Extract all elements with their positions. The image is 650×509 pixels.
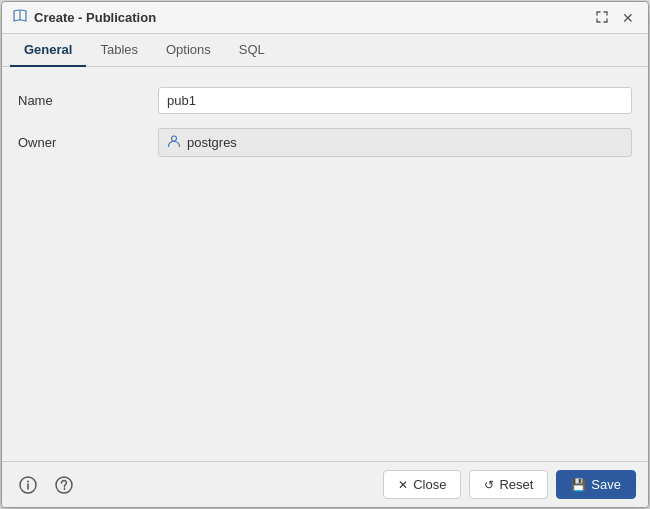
svg-point-3 [27,480,29,482]
owner-value: postgres [187,135,237,150]
footer: ✕ Close ↺ Reset 💾 Save [2,461,648,507]
owner-label: Owner [18,135,158,150]
expand-button[interactable] [592,9,612,27]
svg-point-0 [172,136,177,141]
form-content: Name Owner postgres [2,67,648,461]
reset-button[interactable]: ↺ Reset [469,470,548,499]
tabs-container: General Tables Options SQL [2,34,648,67]
tab-sql[interactable]: SQL [225,34,279,67]
footer-left [14,471,78,499]
name-input[interactable] [158,87,632,114]
dialog-create-publication: Create - Publication ✕ General Tables Op… [1,1,649,508]
tab-tables[interactable]: Tables [86,34,152,67]
dialog-title: Create - Publication [34,10,156,25]
close-label: Close [413,477,446,492]
user-icon [167,134,181,151]
name-row: Name [18,87,632,114]
close-button[interactable]: ✕ Close [383,470,461,499]
publication-icon [12,8,28,27]
save-button[interactable]: 💾 Save [556,470,636,499]
close-icon: ✕ [398,478,408,492]
svg-point-5 [64,488,66,490]
save-icon: 💾 [571,478,586,492]
tab-general[interactable]: General [10,34,86,67]
owner-row: Owner postgres [18,128,632,157]
title-actions: ✕ [592,9,638,27]
help-button[interactable] [50,471,78,499]
title-left: Create - Publication [12,8,156,27]
tab-options[interactable]: Options [152,34,225,67]
owner-field[interactable]: postgres [158,128,632,157]
reset-icon: ↺ [484,478,494,492]
name-label: Name [18,93,158,108]
reset-label: Reset [499,477,533,492]
title-bar: Create - Publication ✕ [2,2,648,34]
save-label: Save [591,477,621,492]
info-button[interactable] [14,471,42,499]
footer-right: ✕ Close ↺ Reset 💾 Save [383,470,636,499]
close-button[interactable]: ✕ [618,9,638,27]
